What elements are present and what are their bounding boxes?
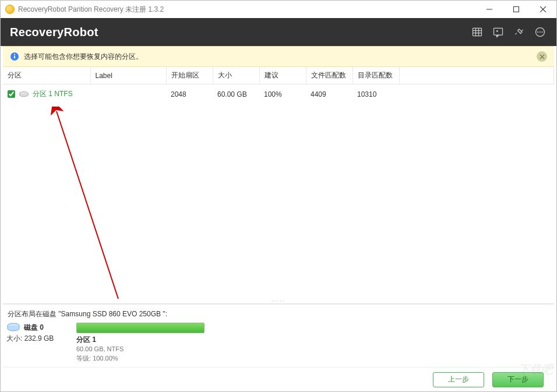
partition-table: 分区 Label 开始扇区 大小 建议 文件匹配数 目录匹配数: [3, 67, 554, 304]
annotation-arrow: [50, 107, 125, 299]
partition-name: 分区 1 NTFS: [33, 89, 73, 99]
layout-title: 分区布局在磁盘 "Samsung SSD 860 EVO 250GB ":: [6, 308, 551, 323]
titlebar[interactable]: RecoveryRobot Parition Recovery 未注册 1.3.…: [1, 1, 556, 18]
svg-line-22: [57, 111, 118, 299]
footer: 上一步 下一步: [3, 367, 554, 391]
disk-label: 磁盘 0: [24, 323, 44, 333]
col-size[interactable]: 大小: [213, 67, 259, 84]
col-partition[interactable]: 分区: [3, 67, 90, 84]
col-label[interactable]: Label: [90, 67, 166, 84]
connect-icon[interactable]: [509, 22, 530, 43]
layout-title-prefix: 分区布局在磁盘: [8, 310, 58, 318]
header-toolbar: [467, 22, 551, 43]
disk-size: 大小: 232.9 GB: [6, 334, 70, 344]
prev-button[interactable]: 上一步: [433, 372, 484, 387]
brand-label: RecoveryRobot: [10, 26, 467, 39]
col-spacer: [399, 67, 554, 84]
partition-bar-name: 分区 1: [76, 335, 551, 345]
window-controls: [476, 1, 556, 18]
content-area: 分区 Label 开始扇区 大小 建议 文件匹配数 目录匹配数: [3, 67, 554, 391]
svg-point-13: [537, 31, 538, 33]
svg-rect-1: [514, 7, 519, 12]
partition-bar-sub2: 等级: 100.00%: [76, 354, 551, 363]
info-message: 选择可能包含你想要恢复内容的分区。: [24, 52, 532, 62]
view-grid-icon[interactable]: [467, 22, 488, 43]
cell-size: 60.00 GB: [213, 84, 259, 104]
cell-suggestion: 100%: [259, 84, 306, 104]
svg-rect-9: [494, 28, 503, 35]
close-button[interactable]: [530, 1, 556, 18]
table-row[interactable]: 分区 1 NTFS 2048 60.00 GB 100% 4409 10310: [3, 84, 554, 104]
col-start-sector[interactable]: 开始扇区: [166, 67, 213, 84]
svg-rect-18: [14, 56, 15, 59]
partition-map: 分区 1 60.00 GB, NTFS 等级: 100.00%: [76, 323, 551, 363]
partition-bar[interactable]: [76, 323, 205, 333]
next-button[interactable]: 下一步: [492, 372, 544, 387]
disk-summary: 磁盘 0 大小: 232.9 GB: [6, 323, 70, 344]
minimize-button[interactable]: [476, 1, 503, 18]
svg-point-14: [540, 31, 541, 33]
table-header-row[interactable]: 分区 Label 开始扇区 大小 建议 文件匹配数 目录匹配数: [3, 67, 554, 84]
layout-disk-model: "Samsung SSD 860 EVO 250GB ":: [58, 310, 167, 318]
info-icon: [10, 52, 19, 61]
splitter-handle[interactable]: ·····: [3, 299, 554, 303]
feedback-icon[interactable]: [488, 22, 509, 43]
info-close-icon[interactable]: [537, 51, 547, 62]
cell-start-sector: 2048: [166, 84, 213, 104]
app-header: RecoveryRobot: [1, 18, 556, 46]
disk-icon: [6, 323, 20, 332]
svg-point-17: [14, 54, 15, 55]
svg-rect-4: [473, 28, 482, 36]
window-title: RecoveryRobot Parition Recovery 未注册 1.3.…: [18, 5, 476, 15]
col-suggestion[interactable]: 建议: [259, 67, 306, 84]
drive-icon: [19, 91, 29, 98]
cell-label: [90, 84, 166, 104]
col-dir-matches[interactable]: 目录匹配数: [352, 67, 399, 84]
app-icon: [5, 5, 15, 14]
maximize-button[interactable]: [503, 1, 530, 18]
cell-dir-matches: 10310: [352, 84, 399, 104]
app-window: RecoveryRobot Parition Recovery 未注册 1.3.…: [0, 0, 557, 392]
cell-file-matches: 4409: [306, 84, 352, 104]
layout-panel: 分区布局在磁盘 "Samsung SSD 860 EVO 250GB ": 磁盘…: [3, 304, 554, 367]
col-file-matches[interactable]: 文件匹配数: [306, 67, 352, 84]
svg-point-15: [542, 31, 543, 33]
info-bar: 选择可能包含你想要恢复内容的分区。: [3, 46, 554, 67]
partition-bar-sub1: 60.00 GB, NTFS: [76, 345, 551, 354]
row-checkbox[interactable]: [8, 90, 15, 98]
more-icon[interactable]: [530, 22, 551, 43]
